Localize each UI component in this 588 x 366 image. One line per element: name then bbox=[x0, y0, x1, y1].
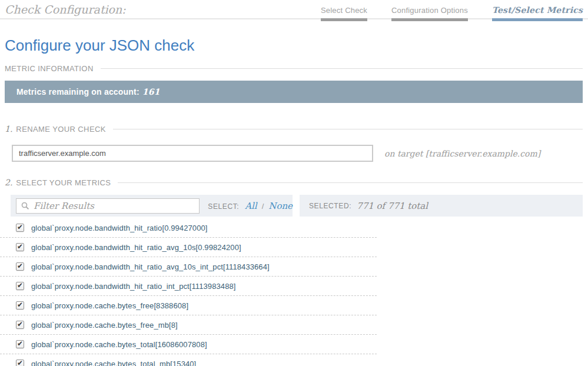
banner-text: Metrics remaining on account: bbox=[16, 87, 139, 97]
tab-select-check[interactable]: Select Check bbox=[321, 5, 367, 21]
selected-count-box: SELECTED: 771 of 771 total bbox=[300, 195, 583, 217]
section-select-metrics: 2. SELECT YOUR METRICS bbox=[5, 178, 583, 187]
tab-underline bbox=[391, 18, 468, 21]
section-rule bbox=[118, 182, 583, 183]
tab-test-select-metrics[interactable]: Test/Select Metrics bbox=[492, 5, 583, 21]
select-label: SELECT: bbox=[208, 202, 239, 211]
tab-configuration-options[interactable]: Configuration Options bbox=[391, 5, 468, 21]
filter-select-box: SELECT: All / None bbox=[11, 195, 293, 217]
metric-checkbox[interactable] bbox=[16, 301, 24, 310]
page-title: Check Configuration: bbox=[5, 3, 126, 16]
step-number: 2. bbox=[5, 178, 12, 187]
target-note: on target [trafficserver.example.com] bbox=[384, 149, 540, 158]
metric-name[interactable]: global`proxy.node.bandwidth_hit_ratio_av… bbox=[31, 262, 270, 271]
metric-name[interactable]: global`proxy.node.cache.bytes_total[1608… bbox=[31, 340, 207, 349]
metric-name[interactable]: global`proxy.node.bandwidth_hit_ratio_in… bbox=[31, 282, 236, 291]
section-label: METRIC INFORMATION bbox=[5, 64, 94, 73]
metric-name[interactable]: global`proxy.node.bandwidth_hit_ratio_av… bbox=[31, 243, 241, 252]
metric-checkbox[interactable] bbox=[16, 360, 24, 366]
tab-underline bbox=[492, 18, 583, 21]
wizard-tabs: Select Check Configuration Options Test/… bbox=[321, 5, 583, 21]
section-rule bbox=[101, 68, 583, 69]
select-none-link[interactable]: None bbox=[268, 201, 293, 211]
tab-label: Select Check bbox=[321, 5, 367, 15]
select-all-none-group: SELECT: All / None bbox=[208, 201, 293, 211]
metric-name[interactable]: global`proxy.node.cache.bytes_total_mb[1… bbox=[31, 360, 196, 366]
metric-list: global`proxy.node.bandwidth_hit_ratio[0.… bbox=[0, 218, 377, 366]
metric-row: global`proxy.node.bandwidth_hit_ratio_av… bbox=[0, 238, 377, 257]
metric-checkbox[interactable] bbox=[16, 262, 24, 271]
metric-row: global`proxy.node.cache.bytes_free_mb[8] bbox=[0, 315, 377, 335]
metric-row: global`proxy.node.bandwidth_hit_ratio_av… bbox=[0, 257, 377, 277]
metric-checkbox[interactable] bbox=[16, 243, 24, 251]
filter-input[interactable] bbox=[34, 201, 194, 211]
section-rename-check: 1. RENAME YOUR CHECK bbox=[5, 124, 583, 134]
selected-count: 771 of 771 total bbox=[357, 201, 428, 211]
section-label: SELECT YOUR METRICS bbox=[16, 178, 111, 187]
selected-label: SELECTED: bbox=[309, 202, 351, 210]
tab-label: Test/Select Metrics bbox=[492, 5, 583, 15]
metric-checkbox[interactable] bbox=[16, 282, 24, 290]
metric-row: global`proxy.node.cache.bytes_total_mb[1… bbox=[0, 354, 377, 366]
filter-toolbar: SELECT: All / None SELECTED: 771 of 771 … bbox=[11, 195, 583, 217]
metric-name[interactable]: global`proxy.node.bandwidth_hit_ratio[0.… bbox=[31, 224, 208, 232]
select-all-link[interactable]: All bbox=[245, 201, 257, 211]
metric-checkbox[interactable] bbox=[16, 321, 24, 329]
search-icon bbox=[21, 202, 29, 210]
metric-name[interactable]: global`proxy.node.cache.bytes_free[83886… bbox=[31, 301, 188, 310]
banner-value: 161 bbox=[142, 87, 160, 97]
metric-row: global`proxy.node.bandwidth_hit_ratio[0.… bbox=[0, 218, 377, 238]
metric-checkbox[interactable] bbox=[16, 224, 24, 232]
rename-row: on target [trafficserver.example.com] bbox=[0, 145, 588, 162]
metric-row: global`proxy.node.cache.bytes_total[1608… bbox=[0, 335, 377, 354]
metric-row: global`proxy.node.cache.bytes_free[83886… bbox=[0, 296, 377, 315]
select-separator: / bbox=[262, 202, 264, 211]
metric-row: global`proxy.node.bandwidth_hit_ratio_in… bbox=[0, 277, 377, 296]
header: Check Configuration: Select Check Config… bbox=[0, 0, 588, 22]
check-name-input[interactable] bbox=[12, 145, 373, 162]
step-number: 1. bbox=[5, 124, 12, 134]
metrics-remaining-banner: Metrics remaining on account:161 bbox=[5, 81, 583, 103]
tab-underline bbox=[321, 18, 367, 21]
page-heading: Configure your JSON check bbox=[5, 36, 588, 54]
filter-search-field[interactable] bbox=[16, 198, 200, 214]
tab-label: Configuration Options bbox=[391, 5, 468, 15]
section-label: RENAME YOUR CHECK bbox=[16, 125, 105, 134]
metric-checkbox[interactable] bbox=[16, 340, 24, 348]
metric-name[interactable]: global`proxy.node.cache.bytes_free_mb[8] bbox=[31, 321, 178, 330]
section-metric-information: METRIC INFORMATION bbox=[5, 64, 583, 73]
section-rule bbox=[113, 129, 583, 129]
